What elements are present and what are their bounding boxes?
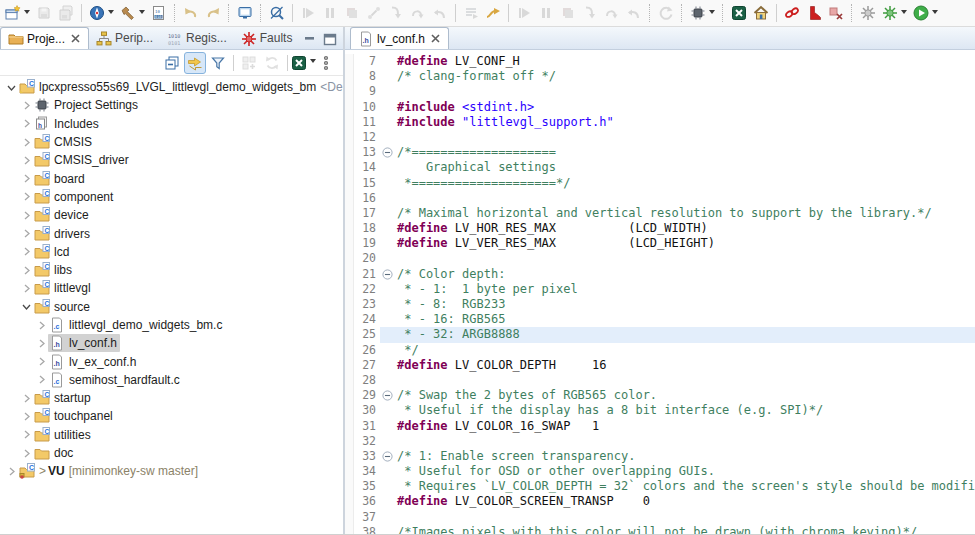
view-tab-regis[interactable]: 10100101Regis... xyxy=(160,27,234,49)
tree-item-touchpanel[interactable]: Ctouchpanel xyxy=(0,407,343,425)
chevron-collapsed-icon[interactable] xyxy=(19,412,33,421)
select-grid-button[interactable] xyxy=(238,52,260,74)
chevron-collapsed-icon[interactable] xyxy=(19,211,33,220)
annotation-ruler[interactable] xyxy=(345,176,354,191)
restart-button[interactable] xyxy=(655,2,677,24)
code-text[interactable]: #include "littlevgl_support.h" xyxy=(394,115,975,130)
code-text[interactable] xyxy=(394,191,975,206)
trace-step-into-button[interactable] xyxy=(579,2,601,24)
code-text[interactable]: * - 32: ARGB8888 xyxy=(394,327,975,342)
chevron-collapsed-icon[interactable] xyxy=(34,339,48,348)
annotation-ruler[interactable] xyxy=(345,160,354,175)
tree-item-body[interactable]: CCMSIS_driver xyxy=(33,151,132,169)
boot-tool-button[interactable] xyxy=(803,2,825,24)
step-over-button[interactable] xyxy=(407,2,429,24)
tree-item-utilities[interactable]: Cutilities xyxy=(0,426,343,444)
filter-button[interactable] xyxy=(207,52,229,74)
annotation-ruler[interactable] xyxy=(345,434,354,449)
code-text[interactable] xyxy=(394,84,975,99)
dropdown-arrow-icon[interactable] xyxy=(932,10,938,17)
run-button[interactable] xyxy=(910,2,941,24)
trace-resume-button[interactable] xyxy=(513,2,535,24)
annotation-ruler[interactable] xyxy=(345,464,354,479)
fold-collapse-icon[interactable] xyxy=(380,449,394,464)
code-text[interactable]: * - 16: RGB565 xyxy=(394,312,975,327)
annotation-ruler[interactable] xyxy=(345,145,354,160)
code-text[interactable]: * Useful for OSD or other overlapping GU… xyxy=(394,464,975,479)
instruction-stepping-button[interactable] xyxy=(460,2,482,24)
code-text[interactable]: #define LV_CONF_H xyxy=(394,54,975,69)
close-icon[interactable] xyxy=(430,33,441,44)
chevron-collapsed-icon[interactable] xyxy=(34,375,48,384)
fold-collapse-icon[interactable] xyxy=(380,145,394,160)
export-excel-button[interactable] xyxy=(728,2,750,24)
fold-collapse-icon[interactable] xyxy=(380,267,394,282)
excel-tool-button[interactable] xyxy=(292,52,314,74)
annotation-ruler[interactable] xyxy=(345,388,354,403)
tree-item-libs[interactable]: Clibs xyxy=(0,261,343,279)
tree-item-cmsis[interactable]: CCMSIS xyxy=(0,133,343,151)
code-text[interactable] xyxy=(394,434,975,449)
annotation-ruler[interactable] xyxy=(345,54,354,69)
annotation-ruler[interactable] xyxy=(345,130,354,145)
step-into-button[interactable] xyxy=(385,2,407,24)
annotation-ruler[interactable] xyxy=(345,115,354,130)
annotation-ruler[interactable] xyxy=(345,251,354,266)
code-text[interactable]: #define LV_HOR_RES_MAX (LCD_WIDTH) xyxy=(394,221,975,236)
tree-item-lv-conf-h[interactable]: .hlv_conf.h xyxy=(0,334,343,352)
code-text[interactable]: /* Color depth: xyxy=(394,267,975,282)
collapse-all-button[interactable] xyxy=(161,52,183,74)
annotation-ruler[interactable] xyxy=(345,373,354,388)
remove-markers-button[interactable] xyxy=(825,2,847,24)
dropdown-arrow-icon[interactable] xyxy=(108,10,114,17)
code-text[interactable]: /*Images pixels with this color will not… xyxy=(394,525,975,535)
tree-item-body[interactable]: hIncludes xyxy=(33,115,102,133)
tree-item-project-settings[interactable]: Project Settings xyxy=(0,96,343,114)
chevron-collapsed-icon[interactable] xyxy=(19,192,33,201)
tree-item-lcd[interactable]: Clcd xyxy=(0,243,343,261)
chevron-expanded-icon[interactable] xyxy=(4,83,18,92)
code-text[interactable]: /* Swap the 2 bytes of RGB565 color. xyxy=(394,388,975,403)
tree-item-littlevgl[interactable]: Clittlevgl xyxy=(0,279,343,297)
code-text[interactable]: #define LV_COLOR_DEPTH 16 xyxy=(394,358,975,373)
code-text[interactable] xyxy=(394,510,975,525)
tree-item-body[interactable]: Cboard xyxy=(33,170,88,188)
dropdown-arrow-icon[interactable] xyxy=(24,10,30,17)
tree-item-source[interactable]: Csource xyxy=(0,298,343,316)
annotation-ruler[interactable] xyxy=(345,449,354,464)
chevron-collapsed-icon[interactable] xyxy=(19,156,33,165)
tree-item-body[interactable]: Clpcxpresso55s69_LVGL_littlevgl_demo_wid… xyxy=(18,78,343,96)
annotation-ruler[interactable] xyxy=(345,206,354,221)
chevron-collapsed-icon[interactable] xyxy=(19,449,33,458)
annotation-ruler[interactable] xyxy=(345,191,354,206)
tree-item-lv-ex-conf-h[interactable]: .hlv_ex_conf.h xyxy=(0,352,343,370)
code-text[interactable]: * - 1: 1 byte per pixel xyxy=(394,282,975,297)
chevron-collapsed-icon[interactable] xyxy=(19,229,33,238)
editor-tab-lv-conf-h[interactable]: .h lv_conf.h xyxy=(350,27,449,49)
view-menu-button[interactable] xyxy=(315,52,337,74)
tree-item-lpcxpresso55s69-lvgl-littlevgl-demo-widgets-bm[interactable]: Clpcxpresso55s69_LVGL_littlevgl_demo_wid… xyxy=(0,78,343,96)
tree-item-body[interactable]: doc xyxy=(33,444,76,462)
chevron-collapsed-icon[interactable] xyxy=(4,467,18,476)
terminate-button[interactable] xyxy=(341,2,363,24)
tree-item-body[interactable]: Ccomponent xyxy=(33,188,116,206)
chevron-collapsed-icon[interactable] xyxy=(19,394,33,403)
tree-item-body[interactable]: Clittlevgl xyxy=(33,279,94,297)
annotation-ruler[interactable] xyxy=(345,358,354,373)
chevron-collapsed-icon[interactable] xyxy=(19,247,33,256)
tree-item-board[interactable]: Cboard xyxy=(0,169,343,187)
trace-step-return-button[interactable] xyxy=(623,2,645,24)
step-return-button[interactable] xyxy=(429,2,451,24)
code-text[interactable]: * Useful if the display has a 8 bit inte… xyxy=(394,403,975,418)
tree-item-semihost-hardfault-c[interactable]: .csemihost_hardfault.c xyxy=(0,371,343,389)
chevron-collapsed-icon[interactable] xyxy=(19,266,33,275)
tree-item-drivers[interactable]: Cdrivers xyxy=(0,224,343,242)
view-tab-proje[interactable]: Proje... xyxy=(0,27,89,49)
annotation-ruler[interactable] xyxy=(345,494,354,509)
tree-item-component[interactable]: Ccomponent xyxy=(0,188,343,206)
undo-button[interactable] xyxy=(180,2,202,24)
annotation-ruler[interactable] xyxy=(345,69,354,84)
chevron-expanded-icon[interactable] xyxy=(19,302,33,311)
dropdown-arrow-icon[interactable] xyxy=(901,10,907,17)
minimize-button[interactable] xyxy=(301,31,319,49)
